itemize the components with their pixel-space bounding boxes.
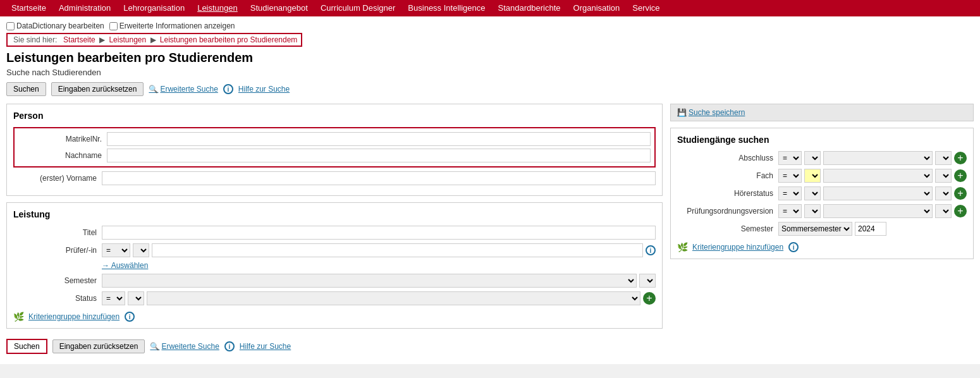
pruefer-operator-group: =!=like ▼ i <box>102 243 656 257</box>
extended-info-checkbox-label[interactable]: Erweiterte Informationen anzeigen <box>109 21 235 30</box>
extended-info-label: Erweiterte Informationen anzeigen <box>119 21 235 30</box>
nav-lehrorganisation[interactable]: Lehrorganisation <box>117 0 191 16</box>
kriterien-row-left: 🌿 Kriteriengruppe hinzufügen i <box>13 312 656 322</box>
pruefer-op-select[interactable]: =!=like <box>102 243 130 257</box>
matrikel-input[interactable] <box>107 132 651 146</box>
person-section-title: Person <box>13 111 656 121</box>
breadcrumb-current[interactable]: Leistungen bearbeiten pro Studierendem <box>160 35 298 44</box>
advanced-search-link-bottom[interactable]: 🔍 Erweiterte Suche <box>150 342 219 351</box>
help-info-icon-bottom[interactable]: i <box>224 341 235 351</box>
fach-select[interactable] <box>823 169 933 183</box>
semester-select[interactable]: Sommersemester 2024 Wintersemester 2023/… <box>102 274 637 288</box>
abschluss-arrow-select[interactable]: ▼ <box>804 151 821 165</box>
horerstatus-plus-button[interactable]: + <box>954 187 967 200</box>
semester-operator-group: Sommersemester 2024 Wintersemester 2023/… <box>102 274 656 288</box>
breadcrumb-text: Sie sind hier: <box>13 35 59 44</box>
nav-curriculum-designer[interactable]: Curriculum Designer <box>314 0 401 16</box>
fach-plus-button[interactable]: + <box>954 169 967 182</box>
titel-input[interactable] <box>102 226 656 240</box>
semester-arrow-select[interactable]: ▼ <box>639 274 656 288</box>
search-icon-top: 🔍 <box>149 85 158 94</box>
person-required-group: MatrikelNr. Nachname <box>13 127 656 168</box>
semester-label: Semester <box>13 276 102 285</box>
kriterien-info-icon[interactable]: i <box>125 312 135 322</box>
search-button-bottom[interactable]: Suchen <box>6 339 47 354</box>
horerstatus-select[interactable] <box>823 186 933 200</box>
kriterien-hinzufugen-button[interactable]: Kriteriengruppe hinzufügen <box>28 312 119 321</box>
nav-standardberichte[interactable]: Standardberichte <box>492 0 567 16</box>
prufungsordnung-label: Prüfungsordnungsversion <box>677 207 778 216</box>
nav-organisation[interactable]: Organisation <box>567 0 627 16</box>
leistung-section-title: Leistung <box>13 209 656 219</box>
right-semester-year-input[interactable] <box>855 222 886 236</box>
status-arrow-select[interactable]: ▼ <box>128 291 144 305</box>
pruefer-input[interactable] <box>152 243 643 257</box>
data-dictionary-checkbox[interactable] <box>6 22 15 30</box>
nachname-label: Nachname <box>18 151 107 160</box>
extended-info-checkbox[interactable] <box>109 22 118 30</box>
prufungsordnung-end-arrow[interactable]: ▼ <box>935 204 952 218</box>
nav-startseite[interactable]: Startseite <box>5 0 52 16</box>
status-op-select[interactable]: =!= <box>102 291 125 305</box>
search-icon-bottom: 🔍 <box>150 342 159 351</box>
studiengang-section: Studiengänge suchen Abschluss =!= ▼ ▼ <box>670 128 974 259</box>
breadcrumb-leistungen[interactable]: Leistungen <box>109 35 146 44</box>
horerstatus-end-arrow[interactable]: ▼ <box>935 186 952 200</box>
pruefer-label: Prüfer/-in <box>13 246 102 255</box>
prufungsordnung-arrow-select[interactable]: ▼ <box>804 204 821 218</box>
help-link-top[interactable]: Hilfe zur Suche <box>238 85 290 94</box>
matrikel-row: MatrikelNr. <box>18 132 651 146</box>
reset-button-top[interactable]: Eingaben zurücksetzen <box>51 82 144 96</box>
breadcrumb-sep2: ▶ <box>150 35 158 44</box>
nachname-input[interactable] <box>107 149 651 162</box>
right-col: 💾 Suche speichern Studiengänge suchen Ab… <box>670 104 974 329</box>
auswahlen-button[interactable]: → Auswählen <box>102 261 148 270</box>
data-dictionary-checkbox-label[interactable]: DataDictionary bearbeiten <box>6 21 104 30</box>
bottom-button-row: Suchen Eingaben zurücksetzen 🔍 Erweitert… <box>6 335 974 358</box>
horerstatus-arrow-select[interactable]: ▼ <box>804 186 821 200</box>
right-semester-select[interactable]: Sommersemester Wintersemester <box>778 222 852 236</box>
pruefer-info-icon[interactable]: i <box>646 245 656 255</box>
save-search-button[interactable]: 💾 Suche speichern <box>677 108 745 117</box>
advanced-search-link-top[interactable]: 🔍 Erweiterte Suche <box>149 85 217 94</box>
abschluss-op-select[interactable]: =!= <box>778 151 802 165</box>
status-select[interactable] <box>147 291 640 305</box>
prufungsordnung-op-select[interactable]: =!= <box>778 204 802 218</box>
nav-leistungen[interactable]: Leistungen <box>191 0 244 16</box>
pruefer-arrow-select[interactable]: ▼ <box>133 243 149 257</box>
search-button-top[interactable]: Suchen <box>6 82 46 96</box>
breadcrumb-startseite[interactable]: Startseite <box>63 35 95 44</box>
titel-row: Titel <box>13 226 656 240</box>
vorname-label: (erster) Vorname <box>13 174 102 183</box>
horerstatus-op-select[interactable]: =!= <box>778 186 802 200</box>
titel-label: Titel <box>13 228 102 237</box>
help-info-icon-top[interactable]: i <box>223 84 233 94</box>
content-area: DataDictionary bearbeiten Erweiterte Inf… <box>0 16 980 364</box>
abschluss-plus-button[interactable]: + <box>954 152 967 164</box>
kriterien-info-icon-right[interactable]: i <box>788 242 799 252</box>
fach-end-arrow[interactable]: ▼ <box>935 169 952 183</box>
top-bar: DataDictionary bearbeiten Erweiterte Inf… <box>6 19 974 33</box>
nav-studienangebot[interactable]: Studienangebot <box>244 0 314 16</box>
help-link-bottom[interactable]: Hilfe zur Suche <box>240 342 291 351</box>
nachname-row: Nachname <box>18 149 651 162</box>
fach-arrow-select[interactable]: ▼ <box>804 169 821 183</box>
breadcrumb-sep1: ▶ <box>99 35 107 44</box>
left-col: Person MatrikelNr. Nachname (erster) Vor… <box>6 104 663 329</box>
status-plus-button[interactable]: + <box>643 292 656 305</box>
right-semester-label: Semester <box>677 224 778 233</box>
abschluss-select[interactable] <box>823 151 933 165</box>
horerstatus-label: Hörerstatus <box>677 189 778 198</box>
nav-administration[interactable]: Administration <box>52 0 117 16</box>
vorname-input[interactable] <box>102 171 656 185</box>
prufungsordnung-plus-button[interactable]: + <box>954 205 967 217</box>
prufungsordnung-select[interactable] <box>823 204 933 218</box>
nav-service[interactable]: Service <box>626 0 666 16</box>
fach-op-select[interactable]: =!= <box>778 169 802 183</box>
nav-business-intelligence[interactable]: Business Intelligence <box>401 0 491 16</box>
save-icon: 💾 <box>677 108 687 117</box>
reset-button-bottom[interactable]: Eingaben zurücksetzen <box>52 339 145 353</box>
kriterien-leaf-icon-right: 🌿 <box>677 242 687 252</box>
abschluss-end-arrow[interactable]: ▼ <box>935 151 952 165</box>
kriterien-hinzufugen-button-right[interactable]: Kriteriengruppe hinzufügen <box>692 243 783 252</box>
